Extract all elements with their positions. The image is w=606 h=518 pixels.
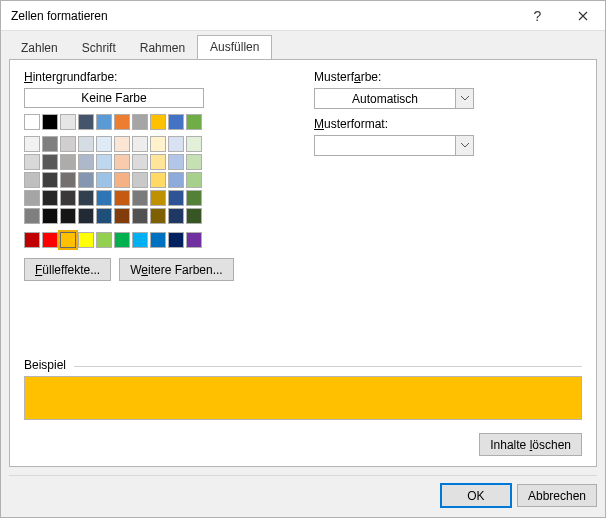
cancel-button[interactable]: Abbrechen: [517, 484, 597, 507]
color-swatch[interactable]: [150, 114, 166, 130]
color-swatch[interactable]: [186, 172, 202, 188]
color-swatch[interactable]: [186, 114, 202, 130]
color-swatch[interactable]: [96, 172, 112, 188]
color-swatch[interactable]: [114, 136, 130, 152]
color-swatch[interactable]: [168, 154, 184, 170]
color-swatch[interactable]: [78, 190, 94, 206]
color-swatch[interactable]: [150, 172, 166, 188]
color-swatch[interactable]: [114, 232, 130, 248]
color-swatch[interactable]: [132, 232, 148, 248]
color-swatch[interactable]: [24, 208, 40, 224]
color-swatch[interactable]: [24, 114, 40, 130]
color-swatch[interactable]: [114, 190, 130, 206]
sample-fieldset: Beispiel: [24, 358, 582, 420]
tab-font[interactable]: Schrift: [70, 37, 128, 60]
color-swatch[interactable]: [96, 232, 112, 248]
color-swatch[interactable]: [78, 232, 94, 248]
ok-button[interactable]: OK: [441, 484, 511, 507]
color-swatch[interactable]: [42, 114, 58, 130]
color-swatch[interactable]: [168, 114, 184, 130]
color-swatch[interactable]: [168, 190, 184, 206]
color-swatch[interactable]: [114, 208, 130, 224]
color-swatch[interactable]: [168, 232, 184, 248]
tab-border[interactable]: Rahmen: [128, 37, 197, 60]
close-button[interactable]: [560, 1, 605, 31]
tab-fill[interactable]: Ausfüllen: [197, 35, 272, 60]
sample-preview: [24, 376, 582, 420]
color-swatch[interactable]: [150, 154, 166, 170]
pattern-format-combo[interactable]: [314, 135, 474, 156]
color-swatch[interactable]: [42, 172, 58, 188]
color-swatch[interactable]: [60, 172, 76, 188]
divider: [74, 366, 582, 367]
color-swatch[interactable]: [150, 136, 166, 152]
color-swatch[interactable]: [168, 136, 184, 152]
color-swatch[interactable]: [24, 154, 40, 170]
fill-effects-button[interactable]: Fülleffekte...: [24, 258, 111, 281]
color-swatch[interactable]: [42, 136, 58, 152]
close-icon: [578, 8, 588, 24]
help-button[interactable]: ?: [515, 1, 560, 31]
color-swatch[interactable]: [132, 208, 148, 224]
right-column: Musterfarbe: Automatisch Musterformat:: [314, 70, 582, 281]
tab-numbers[interactable]: Zahlen: [9, 37, 70, 60]
color-swatch[interactable]: [78, 136, 94, 152]
color-swatch[interactable]: [24, 136, 40, 152]
color-swatch[interactable]: [78, 154, 94, 170]
pattern-color-value: Automatisch: [315, 92, 455, 106]
button-row: Fülleffekte... Weitere Farben...: [24, 258, 284, 281]
color-swatch[interactable]: [60, 114, 76, 130]
color-swatch[interactable]: [186, 136, 202, 152]
color-swatch[interactable]: [60, 208, 76, 224]
color-swatch[interactable]: [96, 114, 112, 130]
color-swatch[interactable]: [150, 190, 166, 206]
color-swatch[interactable]: [96, 190, 112, 206]
color-swatch[interactable]: [60, 136, 76, 152]
color-swatch[interactable]: [150, 208, 166, 224]
color-swatch[interactable]: [186, 190, 202, 206]
color-swatch[interactable]: [132, 190, 148, 206]
color-swatch[interactable]: [78, 172, 94, 188]
dialog-window: Zellen formatieren ? Zahlen Schrift Rahm…: [0, 0, 606, 518]
color-swatch[interactable]: [96, 136, 112, 152]
tabstrip: Zahlen Schrift Rahmen Ausfüllen: [1, 31, 605, 59]
color-swatch[interactable]: [60, 154, 76, 170]
color-swatch[interactable]: [60, 232, 76, 248]
color-swatch[interactable]: [60, 190, 76, 206]
color-swatch[interactable]: [96, 154, 112, 170]
color-swatch[interactable]: [168, 208, 184, 224]
background-color-label: Hintergrundfarbe:: [24, 70, 284, 84]
color-swatch[interactable]: [132, 136, 148, 152]
color-swatch[interactable]: [78, 208, 94, 224]
standard-color-row: [24, 232, 284, 248]
color-swatch[interactable]: [24, 190, 40, 206]
color-swatch[interactable]: [24, 232, 40, 248]
color-swatch[interactable]: [42, 232, 58, 248]
color-swatch[interactable]: [78, 114, 94, 130]
sample-label: Beispiel: [20, 358, 70, 372]
color-swatch[interactable]: [186, 154, 202, 170]
color-swatch[interactable]: [168, 172, 184, 188]
color-swatch[interactable]: [186, 208, 202, 224]
color-swatch[interactable]: [42, 154, 58, 170]
clear-row: Inhalte löschen: [479, 433, 582, 456]
clear-contents-button[interactable]: Inhalte löschen: [479, 433, 582, 456]
color-swatch[interactable]: [150, 232, 166, 248]
color-swatch[interactable]: [114, 172, 130, 188]
no-color-button[interactable]: Keine Farbe: [24, 88, 204, 108]
color-swatch[interactable]: [132, 172, 148, 188]
color-swatch[interactable]: [42, 190, 58, 206]
color-swatch[interactable]: [132, 154, 148, 170]
color-swatch[interactable]: [42, 208, 58, 224]
dialog-footer: OK Abbrechen: [9, 475, 597, 507]
color-swatch[interactable]: [96, 208, 112, 224]
pattern-color-combo[interactable]: Automatisch: [314, 88, 474, 109]
more-colors-button[interactable]: Weitere Farben...: [119, 258, 234, 281]
color-swatch[interactable]: [186, 232, 202, 248]
color-swatch[interactable]: [114, 114, 130, 130]
color-swatch[interactable]: [24, 172, 40, 188]
pattern-format-label: Musterformat:: [314, 117, 582, 131]
color-swatch[interactable]: [132, 114, 148, 130]
color-swatch[interactable]: [114, 154, 130, 170]
columns: Hintergrundfarbe: Keine Farbe Fülleffekt…: [24, 70, 582, 281]
